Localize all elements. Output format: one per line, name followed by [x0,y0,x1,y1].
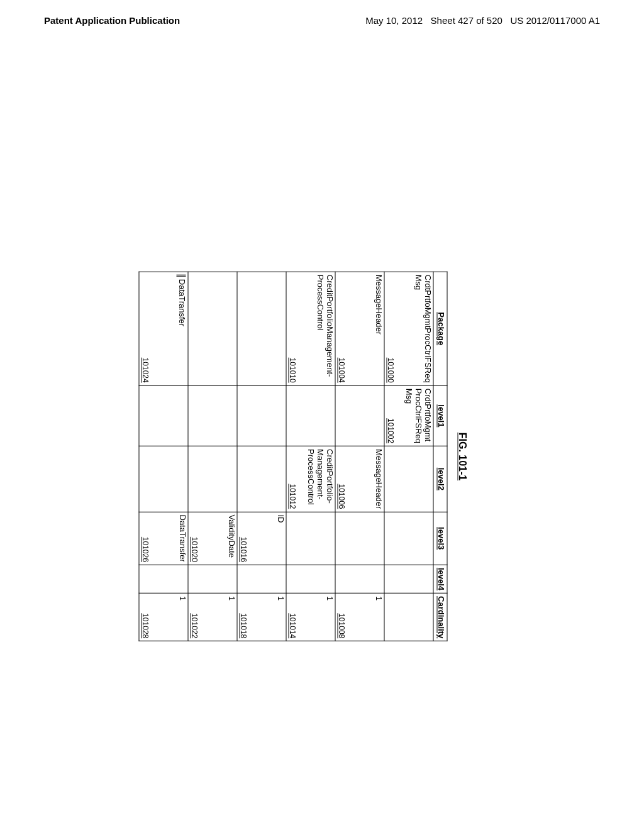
col-level2: level2 [433,446,447,512]
col-level3: level3 [433,512,447,565]
table-cell: ValidityDate101020 [188,512,237,565]
ref-number: 101016 [239,537,248,562]
table-cell [286,385,335,446]
ref-number: 101012 [288,484,297,509]
table-cell [384,446,433,512]
figure-title: FIG. 101-1 [457,272,468,641]
table-cell [188,385,237,446]
table-cell [139,385,188,446]
table-cell: CreditPortfolio-Management-ProcessContro… [286,446,335,512]
table-cell: CrdtPrtfoMgmtProcCtrlFSReqMsg101002 [384,385,433,446]
ref-number: 101004 [337,358,346,383]
ref-number: 101018 [239,613,248,638]
cell-text: CrdtPrtfoMgmtProcCtrlFSReqMsg [413,275,432,383]
table-cell [139,565,188,593]
header-pub: US 2012/0117000 A1 [510,15,600,26]
table-cell [384,512,433,565]
ref-number: 101028 [141,613,150,638]
table-cell: CrdtPrtfoMgmtProcCtrlFSReqMsg101000 [384,272,433,385]
cell-text: 1 [177,596,187,638]
table-cell: 1101022 [188,594,237,641]
table-cell [384,565,433,593]
cell-text: DataTransfer [177,515,187,562]
table-row: DataTransfer101024DataTransfer1010261101… [139,272,188,641]
table-cell: MessageHeader101006 [335,446,384,512]
ref-number: 101014 [288,613,297,638]
ref-number: 101020 [190,537,199,562]
cell-text: CreditPortfolioManagement-ProcessControl [315,275,334,383]
table-cell [139,446,188,512]
table-cell [237,272,286,385]
table-row: CrdtPrtfoMgmtProcCtrlFSReqMsg101000CrdtP… [384,272,433,641]
table-body: CrdtPrtfoMgmtProcCtrlFSReqMsg101000CrdtP… [139,272,433,641]
data-table: Package level1 level2 level3 level4 Card… [139,272,448,641]
table-row: MessageHeader101004MessageHeader10100611… [335,272,384,641]
table-cell: MessageHeader101004 [335,272,384,385]
table-cell: CreditPortfolioManagement-ProcessControl… [286,272,335,385]
table-head-row: Package level1 level2 level3 level4 Card… [433,272,447,641]
cell-text: CrdtPrtfoMgmtProcCtrlFSReqMsg [404,389,432,443]
cell-text: 1 [226,596,236,638]
col-level4: level4 [433,565,447,593]
ref-number: 101002 [386,418,395,443]
table-cell [335,512,384,565]
table-row: ID1010161101018 [237,272,286,641]
table-cell [286,565,335,593]
cell-text: ID [275,515,285,562]
figure-wrapper: FIG. 101-1 Package level1 level2 level3 … [139,272,506,641]
table-row: CreditPortfolioManagement-ProcessControl… [286,272,335,641]
table-cell: 1101014 [286,594,335,641]
table-cell: 1101018 [237,594,286,641]
table-cell [335,385,384,446]
ref-number: 101006 [337,484,346,509]
col-package: Package [433,272,447,385]
cell-text: ValidityDate [226,515,236,562]
table-cell: DataTransfer101026 [139,512,188,565]
header-left: Patent Application Publication [44,15,180,26]
table-cell [237,446,286,512]
table-cell [188,565,237,593]
col-cardinality: Cardinality [433,594,447,641]
table-row: ValidityDate1010201101022 [188,272,237,641]
table-cell [188,272,237,385]
table-cell [237,385,286,446]
cell-text: 1 [275,596,285,638]
cell-text: DataTransfer [177,275,186,326]
table-cell: 1101028 [139,594,188,641]
cell-text: CreditPortfolio-Management-ProcessContro… [306,449,334,509]
ref-number: 101022 [190,613,199,638]
table-cell [188,446,237,512]
header-right: May 10, 2012 Sheet 427 of 520 US 2012/01… [365,15,600,26]
cell-text: MessageHeader [374,275,383,383]
ref-number: 101026 [141,537,150,562]
cell-text: MessageHeader [374,449,383,509]
table-cell [384,594,433,641]
ref-number: 101008 [337,613,346,638]
table-cell: ID101016 [237,512,286,565]
table-cell: DataTransfer101024 [139,272,188,385]
header-sheet: Sheet 427 of 520 [431,15,502,26]
col-level1: level1 [433,385,447,446]
ref-number: 101010 [288,358,297,383]
table-cell [335,565,384,593]
cell-text: 1 [374,596,383,638]
table-cell: 1101008 [335,594,384,641]
cell-text: 1 [325,596,334,638]
page-header: Patent Application Publication May 10, 2… [0,0,644,32]
ref-number: 101024 [141,358,150,383]
header-date: May 10, 2012 [365,15,423,26]
ref-number: 101000 [386,358,395,383]
table-cell [286,512,335,565]
table-cell [237,565,286,593]
